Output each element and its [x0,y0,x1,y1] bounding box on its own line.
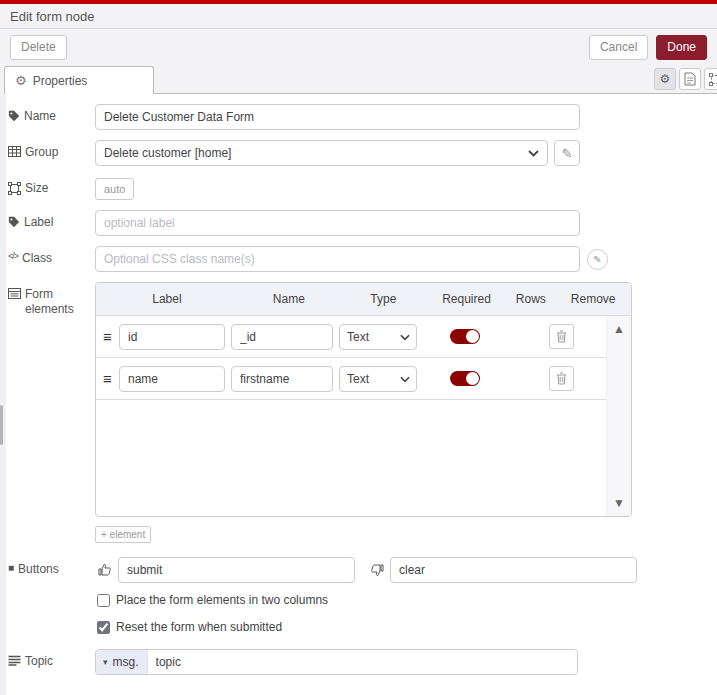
thumbs-down-icon [369,562,385,578]
left-scroll-track [0,93,6,695]
done-button[interactable]: Done [656,35,707,60]
label-row: Label [8,210,709,236]
description-view-button[interactable] [679,68,701,90]
form-elements-header: Label Name Type Required Rows Remove [96,283,631,316]
scroll-up-icon[interactable]: ▲ [613,322,625,336]
column-header: Name [238,292,340,306]
pencil-icon: ✎ [561,146,572,161]
topic-value-input[interactable] [148,650,577,674]
reset-form-option: Reset the form when submitted [97,620,709,634]
dialog-toolbar: Delete Cancel Done [0,29,717,65]
reset-form-label: Reset the form when submitted [116,620,282,634]
two-columns-label: Place the form elements in two columns [116,593,328,607]
dialog-title: Edit form node [0,4,717,29]
trash-icon [556,372,567,385]
tag-icon [8,216,20,228]
label-input[interactable] [95,210,580,236]
tasks-icon [8,655,21,666]
column-header: Required [427,292,506,306]
group-select-value: Delete customer [home] [104,146,231,160]
form-elements-label: Formelements [8,282,95,317]
pencil-icon: ✎ [593,254,601,265]
drag-handle-icon[interactable]: ≡ [103,328,119,345]
form-elements-list: ≡ Text ≡ [96,316,631,516]
gear-icon: ⚙ [660,72,671,86]
delete-button[interactable]: Delete [10,35,67,60]
submit-button-input[interactable] [118,557,355,583]
edit-form-node-dialog: Edit form node Delete Cancel Done ⚙ Prop… [0,0,717,695]
chevron-down-icon [400,376,410,383]
element-label-input[interactable] [119,324,225,350]
element-type-select[interactable]: Text [339,366,417,392]
tag-icon [8,110,20,122]
tab-properties-label: Properties [33,74,88,88]
required-toggle[interactable] [450,329,480,344]
left-scroll-thumb[interactable] [0,405,3,445]
class-row: </> Class ✎ [8,246,709,272]
element-label-input[interactable] [119,366,225,392]
element-type-select[interactable]: Text [339,324,417,350]
list-icon [8,288,21,299]
column-header: Remove [555,292,631,306]
appearance-view-button[interactable] [704,68,717,90]
add-element-container: + element [95,526,709,543]
topic-type-label: msg. [113,655,139,669]
properties-view-button[interactable]: ⚙ [654,68,676,90]
chevron-down-icon [528,150,539,157]
edit-group-button[interactable]: ✎ [554,140,580,166]
object-group-icon [709,73,717,86]
name-input[interactable] [95,104,580,130]
two-columns-checkbox[interactable] [97,594,110,607]
two-columns-option: Place the form elements in two columns [97,593,709,607]
chevron-down-icon [400,334,410,341]
list-scrollbar[interactable]: ▲ ▼ [606,316,631,516]
gear-icon: ⚙ [15,73,27,88]
column-header: Label [96,292,238,306]
remove-element-button[interactable] [549,324,574,349]
name-label: Name [8,104,95,124]
element-name-input[interactable] [231,324,333,350]
document-icon [684,72,696,86]
tab-tools: ⚙ [654,68,717,90]
group-row: Group Delete customer [home] ✎ [8,140,709,166]
required-toggle[interactable] [450,371,480,386]
group-select[interactable]: Delete customer [home] [95,140,548,166]
form-elements-row: Formelements Label Name Type Required Ro… [8,282,709,517]
group-label: Group [8,140,95,160]
topic-label: Topic [8,649,95,669]
table-icon [8,146,21,157]
trash-icon [556,330,567,343]
scroll-down-icon[interactable]: ▼ [613,496,625,510]
square-icon: ■ [8,562,14,575]
add-element-button[interactable]: + element [95,526,151,543]
object-group-icon [8,182,21,195]
thumbs-up-icon [97,562,113,578]
remove-element-button[interactable] [549,366,574,391]
tab-properties[interactable]: ⚙ Properties [4,66,154,94]
size-label: Size [8,176,95,196]
topic-typed-input: ▾ msg. [95,649,578,675]
form-elements-table: Label Name Type Required Rows Remove ≡ T… [95,282,632,517]
class-edit-button[interactable]: ✎ [587,249,608,270]
size-row: Size auto [8,176,709,200]
element-name-input[interactable] [231,366,333,392]
cancel-button[interactable]: Cancel [589,35,648,60]
name-row: Name [8,104,709,130]
buttons-row: ■ Buttons [8,557,709,583]
dialog-body: Name Group Delete customer [home] ✎ Size… [0,94,717,695]
column-header: Rows [506,292,555,306]
tab-bar: ⚙ Properties ⚙ [0,65,717,94]
size-button[interactable]: auto [95,178,134,200]
caret-down-icon: ▾ [103,657,108,667]
element-row: ≡ Text [96,316,631,358]
class-input[interactable] [95,246,580,272]
element-row: ≡ Text [96,358,631,400]
column-header: Type [340,292,427,306]
topic-type-button[interactable]: ▾ msg. [96,650,148,674]
drag-handle-icon[interactable]: ≡ [103,370,119,387]
class-label: </> Class [8,246,95,266]
reset-form-checkbox[interactable] [97,621,110,634]
topic-row: Topic ▾ msg. [8,649,709,675]
label-label: Label [8,210,95,230]
clear-button-input[interactable] [390,557,637,583]
